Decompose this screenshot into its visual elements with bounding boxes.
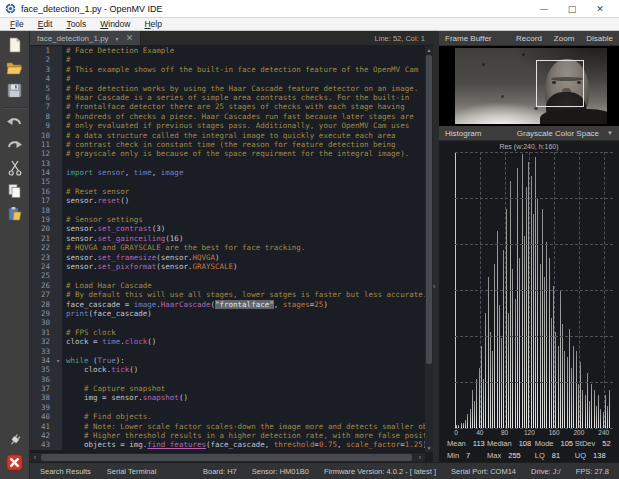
scroll-down-icon[interactable]: ▼ [425,444,433,452]
code-line-18: 18 [30,206,425,215]
fold-marker [54,243,62,252]
menu-file[interactable]: File [3,18,31,30]
gridline-h [455,382,613,383]
maximize-button[interactable]: □ [558,0,586,17]
new-file-button[interactable] [3,35,27,58]
drive-status: Drive: J:/ [531,467,561,476]
histogram-bar [515,299,516,428]
menu-tools[interactable]: Tools [59,18,93,30]
line-number: 11 [30,140,54,149]
code-line-15: 15 [30,177,425,186]
stop-button[interactable] [3,453,27,476]
code-line-43: 43 objects = img.find_features(face_casc… [30,440,425,449]
redo-button[interactable] [3,135,27,158]
openmv-logo-icon [5,3,16,14]
code-line-30: 30 [30,318,425,327]
undo-button[interactable] [3,112,27,135]
zoom-button[interactable]: Zoom [554,34,574,43]
histogram-bar [510,181,511,428]
tab-close-icon[interactable]: ✕ [126,34,134,43]
status-info: Board: H7 Sensor: HM01B0 Firmware Versio… [203,467,609,476]
chevron-down-icon: ▼ [607,130,613,136]
menu-window[interactable]: Window [93,18,137,30]
histogram-bar [503,250,504,428]
line-number: 5 [30,84,54,93]
copy-button[interactable] [3,181,27,204]
histogram-bar [557,305,558,428]
code-line-7: 7# frontalface detector there are 25 sta… [30,102,425,111]
fold-marker [54,384,62,393]
fold-marker [54,55,62,64]
histogram-bar [467,414,468,428]
editor-horizontal-scrollbar[interactable]: ‹ › [30,452,425,462]
open-folder-icon [6,61,23,79]
scroll-up-icon[interactable]: ▲ [425,46,433,54]
code-line-3: 3# This example shows off the built-in f… [30,65,425,74]
code-line-24: 24sensor.set_pixformat(sensor.GRAYSCALE) [30,262,425,271]
connect-button[interactable] [3,430,27,453]
menu-edit[interactable]: Edit [31,18,60,30]
line-number: 4 [30,74,54,83]
window-controls: — □ ✕ [530,0,614,17]
code-line-2: 2# [30,55,425,64]
fold-marker [54,140,62,149]
code-line-22: 22# HQVGA and GRAYSCALE are the best for… [30,243,425,252]
tab-dropdown-icon[interactable]: ▾ [116,35,119,42]
editor-vertical-scrollbar[interactable]: ▲ ▼ [425,46,433,452]
line-number: 43 [30,440,54,449]
line-number: 35 [30,365,54,374]
stat-uq: UQ138 [575,451,613,460]
code-editor[interactable]: 1# Face Detection Example2#3# This examp… [30,46,425,452]
record-button[interactable]: Record [516,34,542,43]
x-tick-label: 120 [524,429,535,436]
histogram-bar [478,392,479,428]
save-button[interactable] [3,81,27,104]
resolution-label: Res (w:240, h:160) [499,143,558,150]
vertical-scroll-thumb[interactable] [426,55,432,364]
line-number: 34 [30,356,54,365]
copy-icon [7,183,22,203]
paste-button[interactable] [3,204,27,227]
fold-marker [54,102,62,111]
tab-face-detection-1-py[interactable]: face_detection_1.py ▾ ✕ [30,31,141,45]
line-number: 33 [30,347,54,356]
stat-median: Median108 [487,439,535,448]
open-folder-button[interactable] [3,58,27,81]
line-number: 14 [30,168,54,177]
color-space-dropdown[interactable]: Grayscale Color Space ▼ [517,129,613,138]
line-number: 39 [30,403,54,412]
histogram-bar [496,324,497,428]
code-line-42: 42 # Higher threshold results in a highe… [30,431,425,440]
histogram-bar [488,277,489,428]
line-number: 37 [30,384,54,393]
x-tick-label: 200 [573,429,584,436]
status-tab-serial-terminal[interactable]: Serial Terminal [107,467,156,476]
code-line-16: 16# Reset sensor [30,187,425,196]
x-tick-label: 240 [598,429,609,436]
fold-marker[interactable]: ▾ [54,356,62,365]
close-button[interactable]: ✕ [586,0,614,17]
splitter-grip-icon[interactable]: › [433,283,435,290]
editor-panel: face_detection_1.py ▾ ✕ Line: 52, Col: 1… [30,31,433,462]
gridline-h [455,336,613,337]
status-tab-search-results[interactable]: Search Results [40,467,91,476]
fold-marker [54,93,62,102]
new-file-icon [7,37,22,57]
histogram-bar [519,258,520,428]
cut-button[interactable] [3,158,27,181]
menu-help[interactable]: Help [137,18,168,30]
camera-image [455,48,607,124]
board-status: Board: H7 [203,467,237,476]
histogram-bar [569,329,570,428]
line-number: 30 [30,318,54,327]
horizontal-scroll-thumb[interactable] [41,454,412,461]
histogram-bar [591,384,592,428]
code-line-13: 13 [30,159,425,168]
line-number: 20 [30,224,54,233]
minimize-button[interactable]: — [530,0,558,17]
line-number: 36 [30,375,54,384]
code-line-14: 14import sensor, time, image [30,168,425,177]
line-number: 3 [30,65,54,74]
histogram-bar [600,409,601,428]
disable-button[interactable]: Disable [586,34,613,43]
